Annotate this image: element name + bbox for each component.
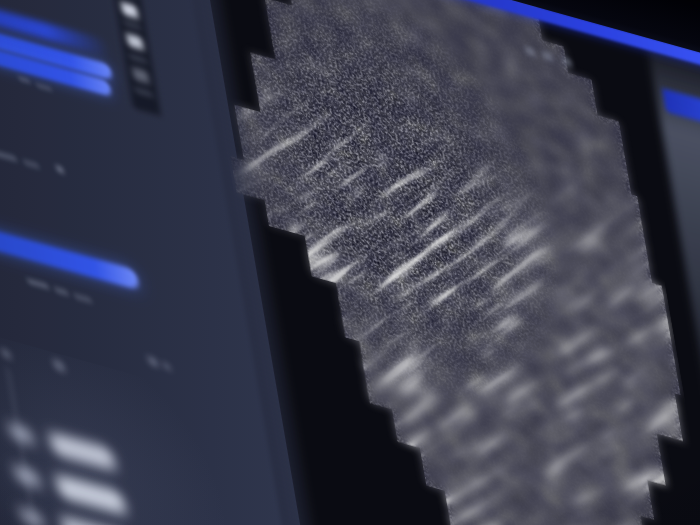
toolbar-caption	[135, 88, 153, 96]
tool-icon-middle[interactable]	[126, 33, 144, 50]
monitor-photo	[0, 0, 700, 525]
tool-icon-bottom[interactable]	[132, 67, 150, 84]
toolbar-caption	[123, 21, 141, 29]
application-screen	[0, 0, 700, 525]
toolbar-caption	[129, 55, 147, 63]
tool-icon-top[interactable]	[121, 2, 139, 19]
